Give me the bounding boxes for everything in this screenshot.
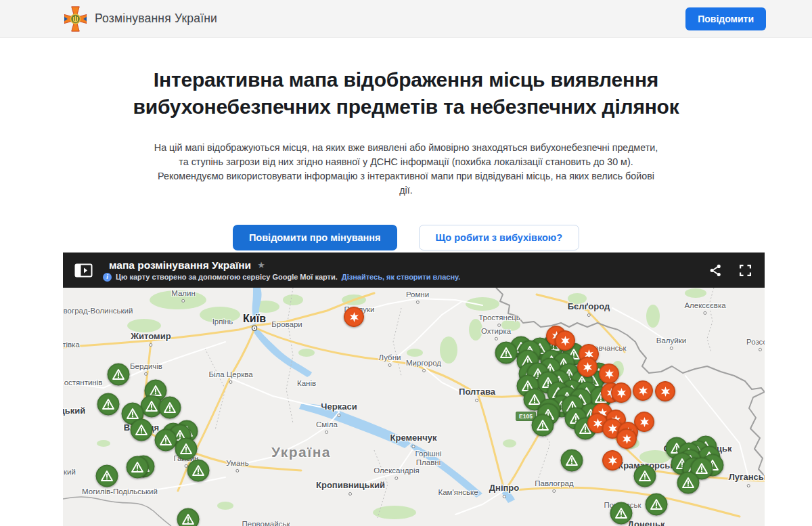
map-city-label: тівка xyxy=(63,341,80,349)
mine-marker[interactable] xyxy=(561,450,583,472)
page-title-line1: Інтерактивна мапа відображення місць вия… xyxy=(154,68,658,91)
mine-marker[interactable] xyxy=(646,494,668,516)
city-dot xyxy=(349,492,353,496)
hero-section: Інтерактивна мапа відображення місць вия… xyxy=(0,38,812,250)
explosion-burst-icon xyxy=(348,311,360,323)
map-city-label: цький xyxy=(63,406,85,416)
map-city-label: Кам'янське xyxy=(438,488,478,497)
map-title: мапа розмінування України xyxy=(109,259,251,271)
map-city-label: Сміла xyxy=(316,420,338,434)
mine-marker[interactable] xyxy=(131,419,153,441)
city-dot xyxy=(229,380,232,384)
brand-home-link[interactable]: Розмінування України xyxy=(64,6,217,32)
map-embed: мапа розмінування України ★ i Цю карту с… xyxy=(63,253,765,526)
report-mining-button[interactable]: Повідомити про мінування xyxy=(233,225,397,250)
mine-warning-icon xyxy=(145,401,158,412)
mine-warning-icon xyxy=(537,420,549,431)
share-icon[interactable] xyxy=(709,264,722,277)
map-city-label: Кропивницький xyxy=(316,481,385,496)
explosion-marker[interactable] xyxy=(577,357,597,377)
mine-marker[interactable] xyxy=(108,364,130,386)
city-dot xyxy=(476,399,479,402)
explosion-burst-icon xyxy=(607,423,618,435)
map-city-label: Бердичів xyxy=(130,362,162,376)
mine-marker[interactable] xyxy=(495,342,518,364)
mine-warning-icon xyxy=(192,465,205,477)
map-city-label: остянтинів xyxy=(64,378,103,387)
explosion-burst-icon xyxy=(560,335,571,347)
map-city-label: Валуйки xyxy=(656,336,686,350)
map-city-label: Донецьк xyxy=(628,520,665,526)
mine-marker[interactable] xyxy=(677,472,700,494)
mine-marker[interactable] xyxy=(634,465,656,487)
page-title: Інтерактивна мапа відображення місць вия… xyxy=(0,66,812,120)
mine-marker[interactable] xyxy=(177,508,200,526)
mine-marker[interactable] xyxy=(175,438,198,460)
explosion-burst-icon xyxy=(592,418,604,429)
city-dot xyxy=(503,495,506,498)
mine-marker[interactable] xyxy=(96,465,118,487)
map-city-label: Умань xyxy=(226,459,248,473)
explosion-marker[interactable] xyxy=(633,380,653,401)
mine-warning-icon xyxy=(682,477,695,489)
explosion-marker[interactable] xyxy=(611,382,631,403)
explosion-burst-icon xyxy=(660,386,671,397)
city-dot xyxy=(758,348,761,351)
mine-marker[interactable] xyxy=(610,502,633,525)
toggle-panel-icon[interactable] xyxy=(74,263,93,278)
brand-title: Розмінування України xyxy=(95,12,217,26)
mine-marker[interactable] xyxy=(532,414,554,437)
explosion-marker[interactable] xyxy=(602,450,623,470)
map-city-label: Ірпінь xyxy=(212,317,233,326)
city-dot xyxy=(337,414,340,417)
header-report-button[interactable]: Повідомити xyxy=(685,7,766,30)
map-country-label: Україна xyxy=(271,444,331,460)
explosion-marker[interactable] xyxy=(599,364,619,384)
page-description: На цій мапі відображуються місця, на яки… xyxy=(153,141,659,198)
mine-warning-icon xyxy=(615,508,628,519)
map-city-label: Алексєєвка xyxy=(684,301,725,315)
explosion-burst-icon xyxy=(607,455,618,466)
explosion-burst-icon xyxy=(637,385,649,397)
map-city-label: кий xyxy=(64,468,76,477)
mine-warning-icon xyxy=(112,369,125,380)
map-city-label: Біла Церква xyxy=(208,370,252,384)
explosion-marker[interactable] xyxy=(616,429,637,449)
city-dot xyxy=(704,311,707,315)
map-embed-header: мапа розмінування України ★ i Цю карту с… xyxy=(63,253,765,288)
city-dot xyxy=(422,369,426,372)
mine-warning-icon xyxy=(182,514,195,525)
city-dot xyxy=(325,431,329,434)
explosion-marker[interactable] xyxy=(655,381,675,401)
mine-warning-icon xyxy=(180,443,193,455)
mine-marker[interactable] xyxy=(187,460,210,482)
explosion-burst-icon xyxy=(604,368,615,380)
city-dot xyxy=(416,301,420,304)
city-dot xyxy=(236,469,240,473)
explosion-marker[interactable] xyxy=(555,330,575,351)
explosion-burst-icon xyxy=(582,361,593,373)
dsns-emblem-icon xyxy=(64,6,87,32)
mine-warning-icon xyxy=(164,402,177,414)
map-city-label: Первомайськ xyxy=(242,520,290,526)
map-city-label: Павлоград xyxy=(535,479,573,493)
mine-warning-icon xyxy=(102,399,115,410)
fullscreen-icon[interactable] xyxy=(740,265,751,276)
mine-marker[interactable] xyxy=(159,397,181,419)
explosion-marker[interactable] xyxy=(344,307,364,327)
mine-marker[interactable] xyxy=(97,393,120,416)
map-city-label: Лубни xyxy=(379,353,401,367)
mine-marker[interactable] xyxy=(155,429,177,452)
mine-warning-icon xyxy=(135,424,148,436)
map-attribution: Цю карту створено за допомогою сервісу G… xyxy=(116,273,338,281)
map-city-label: Бєлґород xyxy=(568,302,610,317)
site-header: Розмінування України Повідомити xyxy=(0,0,812,38)
what-to-do-button[interactable]: Що робити з вибухівкою? xyxy=(419,225,580,250)
mine-marker[interactable] xyxy=(127,456,149,479)
map-canvas[interactable]: Е105 Малинвоград-ВолинськийІрпіньКиївБро… xyxy=(63,288,765,526)
map-attribution-link[interactable]: Дізнайтесь, як створити власну. xyxy=(342,273,460,281)
explosion-burst-icon xyxy=(616,387,627,399)
mine-warning-icon xyxy=(127,408,139,420)
map-city-label: Кременчук xyxy=(390,433,437,448)
city-dot xyxy=(494,337,497,341)
